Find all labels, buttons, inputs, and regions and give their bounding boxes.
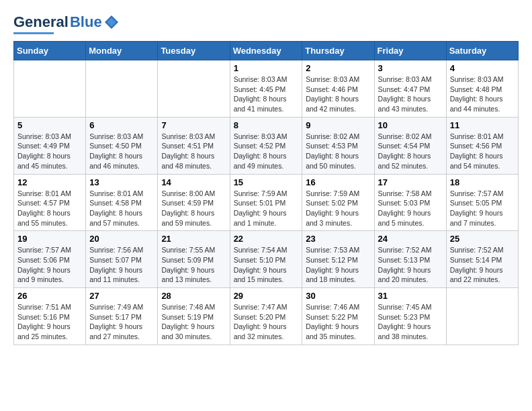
week-row-3: 12Sunrise: 8:01 AMSunset: 4:57 PMDayligh… xyxy=(14,174,519,231)
day-number: 12 xyxy=(17,177,82,187)
header-saturday: Saturday xyxy=(446,42,518,60)
header-thursday: Thursday xyxy=(302,42,374,60)
day-number: 17 xyxy=(378,177,443,187)
day-cell: 24Sunrise: 7:52 AMSunset: 5:13 PMDayligh… xyxy=(374,231,446,288)
day-number: 23 xyxy=(306,234,370,244)
day-cell: 17Sunrise: 7:58 AMSunset: 5:03 PMDayligh… xyxy=(374,174,446,231)
header-monday: Monday xyxy=(86,42,158,60)
day-number: 24 xyxy=(378,234,443,244)
day-cell: 10Sunrise: 8:02 AMSunset: 4:54 PMDayligh… xyxy=(374,117,446,174)
day-cell: 12Sunrise: 8:01 AMSunset: 4:57 PMDayligh… xyxy=(14,174,86,231)
header-friday: Friday xyxy=(374,42,446,60)
day-number: 11 xyxy=(450,120,515,130)
day-cell: 15Sunrise: 7:59 AMSunset: 5:01 PMDayligh… xyxy=(230,174,302,231)
logo: General Blue xyxy=(13,13,120,34)
day-cell: 2Sunrise: 8:03 AMSunset: 4:46 PMDaylight… xyxy=(302,60,374,118)
header-row: SundayMondayTuesdayWednesdayThursdayFrid… xyxy=(14,42,519,60)
day-info: Sunrise: 7:48 AMSunset: 5:19 PMDaylight:… xyxy=(161,302,226,342)
header-sunday: Sunday xyxy=(14,42,86,60)
week-row-2: 5Sunrise: 8:03 AMSunset: 4:49 PMDaylight… xyxy=(14,117,519,174)
day-cell: 28Sunrise: 7:48 AMSunset: 5:19 PMDayligh… xyxy=(158,288,230,345)
day-cell: 8Sunrise: 8:03 AMSunset: 4:52 PMDaylight… xyxy=(230,117,302,174)
day-info: Sunrise: 7:58 AMSunset: 5:03 PMDaylight:… xyxy=(378,189,443,228)
day-info: Sunrise: 8:03 AMSunset: 4:50 PMDaylight:… xyxy=(89,132,154,171)
day-number: 7 xyxy=(161,120,226,130)
day-info: Sunrise: 7:51 AMSunset: 5:16 PMDaylight:… xyxy=(17,302,82,342)
day-number: 29 xyxy=(234,291,299,301)
day-number: 13 xyxy=(89,177,154,187)
day-number: 26 xyxy=(17,291,82,301)
logo-general: General xyxy=(13,13,69,31)
day-cell xyxy=(14,60,86,118)
day-cell: 1Sunrise: 8:03 AMSunset: 4:45 PMDaylight… xyxy=(230,60,302,118)
day-number: 25 xyxy=(450,234,515,244)
day-info: Sunrise: 7:45 AMSunset: 5:23 PMDaylight:… xyxy=(378,302,443,342)
day-cell: 4Sunrise: 8:03 AMSunset: 4:48 PMDaylight… xyxy=(446,60,518,118)
day-cell xyxy=(158,60,230,118)
day-info: Sunrise: 7:53 AMSunset: 5:12 PMDaylight:… xyxy=(306,245,370,285)
day-number: 14 xyxy=(161,177,226,187)
day-number: 27 xyxy=(89,291,154,301)
day-info: Sunrise: 7:57 AMSunset: 5:06 PMDaylight:… xyxy=(17,245,82,285)
day-info: Sunrise: 8:00 AMSunset: 4:59 PMDaylight:… xyxy=(161,189,226,228)
day-info: Sunrise: 8:03 AMSunset: 4:52 PMDaylight:… xyxy=(234,132,299,171)
day-number: 22 xyxy=(234,234,299,244)
page-header: General Blue xyxy=(13,13,519,34)
day-cell: 26Sunrise: 7:51 AMSunset: 5:16 PMDayligh… xyxy=(14,288,86,345)
logo-icon xyxy=(103,14,120,30)
day-cell: 20Sunrise: 7:56 AMSunset: 5:07 PMDayligh… xyxy=(86,231,158,288)
day-info: Sunrise: 8:03 AMSunset: 4:47 PMDaylight:… xyxy=(378,75,443,114)
day-cell: 13Sunrise: 8:01 AMSunset: 4:58 PMDayligh… xyxy=(86,174,158,231)
header-tuesday: Tuesday xyxy=(158,42,230,60)
day-info: Sunrise: 7:59 AMSunset: 5:02 PMDaylight:… xyxy=(306,189,370,228)
day-cell: 23Sunrise: 7:53 AMSunset: 5:12 PMDayligh… xyxy=(302,231,374,288)
calendar-table: SundayMondayTuesdayWednesdayThursdayFrid… xyxy=(13,41,519,345)
day-number: 6 xyxy=(89,120,154,130)
day-number: 2 xyxy=(306,63,370,73)
day-cell: 16Sunrise: 7:59 AMSunset: 5:02 PMDayligh… xyxy=(302,174,374,231)
day-info: Sunrise: 8:01 AMSunset: 4:58 PMDaylight:… xyxy=(89,189,154,228)
week-row-4: 19Sunrise: 7:57 AMSunset: 5:06 PMDayligh… xyxy=(14,231,519,288)
day-cell: 3Sunrise: 8:03 AMSunset: 4:47 PMDaylight… xyxy=(374,60,446,118)
day-info: Sunrise: 8:03 AMSunset: 4:48 PMDaylight:… xyxy=(450,75,515,114)
day-info: Sunrise: 7:56 AMSunset: 5:07 PMDaylight:… xyxy=(89,245,154,285)
day-info: Sunrise: 7:54 AMSunset: 5:10 PMDaylight:… xyxy=(234,245,299,285)
day-cell: 7Sunrise: 8:03 AMSunset: 4:51 PMDaylight… xyxy=(158,117,230,174)
day-number: 30 xyxy=(306,291,370,301)
day-number: 19 xyxy=(17,234,82,244)
day-cell: 14Sunrise: 8:00 AMSunset: 4:59 PMDayligh… xyxy=(158,174,230,231)
day-info: Sunrise: 8:01 AMSunset: 4:57 PMDaylight:… xyxy=(17,189,82,228)
day-cell: 29Sunrise: 7:47 AMSunset: 5:20 PMDayligh… xyxy=(230,288,302,345)
day-cell: 11Sunrise: 8:01 AMSunset: 4:56 PMDayligh… xyxy=(446,117,518,174)
day-cell: 31Sunrise: 7:45 AMSunset: 5:23 PMDayligh… xyxy=(374,288,446,345)
day-info: Sunrise: 8:03 AMSunset: 4:45 PMDaylight:… xyxy=(234,75,299,114)
calendar-body: 1Sunrise: 8:03 AMSunset: 4:45 PMDaylight… xyxy=(14,60,519,345)
day-info: Sunrise: 7:47 AMSunset: 5:20 PMDaylight:… xyxy=(234,302,299,342)
day-number: 9 xyxy=(306,120,370,130)
day-number: 18 xyxy=(450,177,515,187)
day-info: Sunrise: 8:03 AMSunset: 4:49 PMDaylight:… xyxy=(17,132,82,171)
day-cell: 18Sunrise: 7:57 AMSunset: 5:05 PMDayligh… xyxy=(446,174,518,231)
logo-blue: Blue xyxy=(70,13,102,31)
day-info: Sunrise: 8:03 AMSunset: 4:46 PMDaylight:… xyxy=(306,75,370,114)
day-info: Sunrise: 7:52 AMSunset: 5:14 PMDaylight:… xyxy=(450,245,515,285)
day-cell: 9Sunrise: 8:02 AMSunset: 4:53 PMDaylight… xyxy=(302,117,374,174)
day-cell: 21Sunrise: 7:55 AMSunset: 5:09 PMDayligh… xyxy=(158,231,230,288)
calendar-header: SundayMondayTuesdayWednesdayThursdayFrid… xyxy=(14,42,519,60)
logo-underline xyxy=(13,32,54,34)
day-number: 10 xyxy=(378,120,443,130)
day-cell: 22Sunrise: 7:54 AMSunset: 5:10 PMDayligh… xyxy=(230,231,302,288)
day-info: Sunrise: 8:03 AMSunset: 4:51 PMDaylight:… xyxy=(161,132,226,171)
day-cell: 6Sunrise: 8:03 AMSunset: 4:50 PMDaylight… xyxy=(86,117,158,174)
header-wednesday: Wednesday xyxy=(230,42,302,60)
day-info: Sunrise: 7:52 AMSunset: 5:13 PMDaylight:… xyxy=(378,245,443,285)
day-info: Sunrise: 8:02 AMSunset: 4:54 PMDaylight:… xyxy=(378,132,443,171)
day-cell: 5Sunrise: 8:03 AMSunset: 4:49 PMDaylight… xyxy=(14,117,86,174)
day-number: 15 xyxy=(234,177,299,187)
day-cell: 19Sunrise: 7:57 AMSunset: 5:06 PMDayligh… xyxy=(14,231,86,288)
day-info: Sunrise: 8:01 AMSunset: 4:56 PMDaylight:… xyxy=(450,132,515,171)
day-number: 31 xyxy=(378,291,443,301)
day-number: 5 xyxy=(17,120,82,130)
day-number: 4 xyxy=(450,63,515,73)
day-info: Sunrise: 8:02 AMSunset: 4:53 PMDaylight:… xyxy=(306,132,370,171)
